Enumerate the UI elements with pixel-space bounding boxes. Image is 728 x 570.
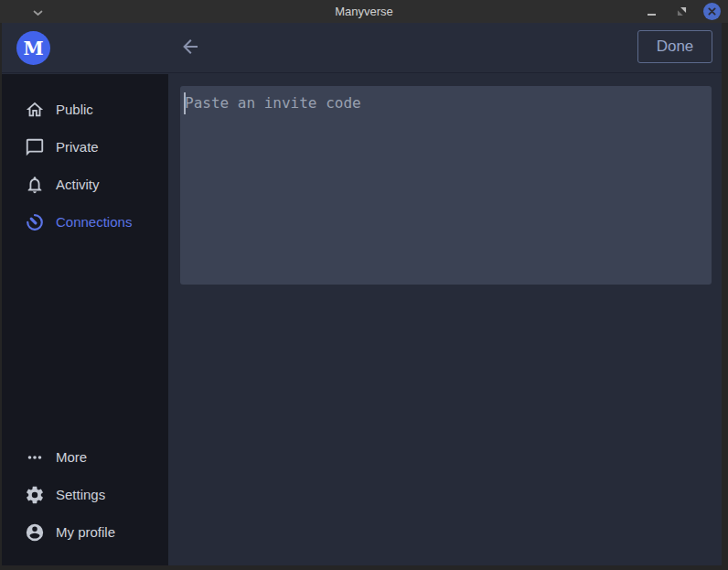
invite-code-field-wrap	[180, 86, 712, 285]
maximize-button[interactable]	[672, 3, 691, 21]
close-icon	[703, 3, 721, 20]
sidebar-item-activity[interactable]: Activity	[2, 166, 168, 203]
app-body: Public Private Activity	[2, 74, 722, 565]
sidebar-item-more[interactable]: More	[2, 438, 168, 476]
arrow-left-icon	[179, 36, 201, 61]
sidebar-item-public[interactable]: Public	[2, 91, 168, 128]
home-icon	[25, 100, 45, 120]
back-button[interactable]	[177, 36, 203, 61]
sidebar-item-label: Activity	[56, 177, 100, 192]
account-circle-icon	[25, 522, 45, 543]
sidebar-item-label: Connections	[56, 214, 132, 230]
sidebar-item-my-profile[interactable]: My profile	[2, 513, 168, 551]
sidebar-item-label: More	[56, 449, 87, 465]
sidebar-item-private[interactable]: Private	[2, 128, 168, 166]
window-menu-button[interactable]	[27, 0, 48, 23]
main-content	[168, 74, 722, 565]
sidebar-top-group: Public Private Activity	[2, 74, 168, 241]
sidebar-bottom-group: More Settings My profile	[2, 438, 168, 551]
titlebar: Manyverse	[0, 0, 728, 23]
sidebar-item-label: Public	[56, 102, 93, 117]
sidebar-item-connections[interactable]: Connections	[2, 203, 168, 241]
app-window: Manyverse M	[0, 0, 728, 570]
sidebar-item-label: Private	[56, 139, 99, 155]
maximize-icon	[677, 4, 687, 20]
gear-icon	[25, 485, 45, 505]
dots-horizontal-icon	[25, 447, 45, 468]
sidebar: Public Private Activity	[2, 74, 168, 565]
chevron-down-icon	[33, 4, 43, 20]
window-title: Manyverse	[0, 5, 728, 18]
app-content: M Done Public	[2, 23, 722, 565]
sidebar-item-label: My profile	[56, 524, 115, 540]
manyverse-logo: M	[16, 31, 50, 65]
app-header: M Done	[2, 23, 722, 73]
done-button[interactable]: Done	[637, 30, 712, 63]
invite-code-input[interactable]	[180, 86, 712, 285]
connections-icon	[25, 212, 45, 232]
message-icon	[25, 137, 45, 157]
minimize-icon	[648, 14, 656, 16]
sidebar-item-label: Settings	[56, 487, 105, 502]
bell-icon	[25, 175, 45, 195]
sidebar-item-settings[interactable]: Settings	[2, 476, 168, 513]
minimize-button[interactable]	[642, 3, 660, 21]
close-button[interactable]	[702, 3, 721, 21]
window-controls	[642, 0, 721, 23]
